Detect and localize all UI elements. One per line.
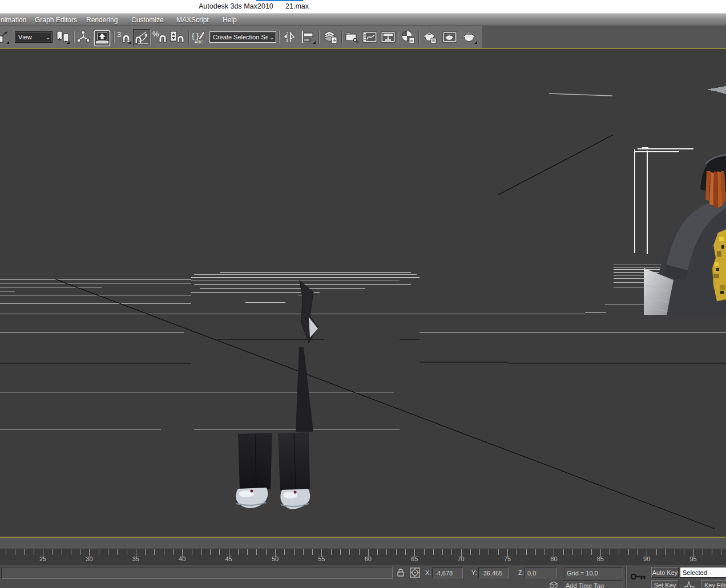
ruler-tick (517, 549, 517, 555)
use-pivot-point-icon[interactable] (55, 30, 70, 44)
align-icon[interactable] (299, 30, 316, 44)
brace-glyph: { } (192, 31, 199, 40)
curve-editor-icon[interactable] (362, 30, 378, 44)
ruler-tick (582, 549, 582, 555)
keyboard-override-toggle[interactable] (94, 30, 111, 47)
add-time-tag[interactable]: Add Time Tag (563, 580, 623, 588)
ruler-tick (173, 549, 174, 555)
set-key-big-button[interactable] (629, 566, 648, 587)
ruler-tick (405, 549, 406, 555)
viewport[interactable] (0, 49, 726, 537)
select-manipulate-icon[interactable] (76, 30, 91, 44)
render-production-icon[interactable] (461, 30, 478, 44)
x-label: X: (425, 569, 431, 576)
mirror-icon[interactable] (281, 30, 296, 44)
key-mode-dropdown[interactable]: Selected (680, 567, 726, 578)
ruler-tick (331, 549, 332, 555)
menu-rendering[interactable]: Rendering (86, 16, 118, 24)
ruler-tick (349, 549, 350, 555)
ruler-tick (117, 549, 118, 555)
ruler-tick (675, 549, 675, 555)
ruler-tick (424, 549, 425, 555)
ruler-frame-label: 40 (179, 555, 185, 562)
menu-animation[interactable]: nimation (1, 16, 26, 24)
ruler-tick (99, 549, 99, 555)
set-key-button[interactable]: Set Key (651, 580, 679, 588)
menu-customize[interactable]: Customize (131, 16, 164, 24)
ruler-tick (666, 549, 666, 555)
ruler-frame-label: 95 (689, 555, 696, 562)
distorted-mesh (296, 281, 318, 432)
ruler-tick (219, 549, 220, 555)
ruler-tick (712, 549, 712, 555)
key-filters-button[interactable]: Key Filte (701, 580, 726, 588)
ruler-tick (266, 549, 267, 555)
time-slider-strip[interactable] (0, 538, 726, 549)
material-editor-icon[interactable] (401, 30, 416, 44)
ruler-tick (489, 549, 489, 555)
menu-graph-editors[interactable]: Graph Editors (35, 16, 77, 24)
menu-maxscript[interactable]: MAXScript (176, 16, 209, 24)
app-version: 2010 (257, 2, 273, 10)
transform-gizmo-icon[interactable] (409, 567, 421, 581)
ruler-tick (340, 549, 341, 555)
schematic-view-icon[interactable] (380, 30, 396, 44)
rendered-frame-window-icon[interactable] (442, 30, 458, 44)
ruler-tick (526, 549, 527, 555)
cube-icon[interactable] (548, 580, 559, 588)
render-setup-icon[interactable] (422, 30, 438, 44)
ruler-tick (6, 549, 6, 555)
angle-snap-toggle[interactable] (133, 29, 151, 46)
accent-line (256, 0, 303, 1)
ruler-tick (34, 549, 34, 555)
x-coordinate-field[interactable]: -4,678 (432, 567, 463, 578)
y-value: -36,465 (481, 570, 502, 577)
snaps-toggle-icon[interactable]: 3 (116, 30, 132, 44)
named-selection-sets-icon[interactable]: { } ABC (191, 30, 206, 44)
ruler-frame-label: 75 (504, 555, 511, 562)
time-ruler[interactable]: 253035404550556065707580859095 (0, 549, 726, 565)
percent-snap-icon[interactable]: % (152, 30, 168, 44)
manage-layers-icon[interactable] (322, 30, 339, 44)
ruler-tick (703, 549, 703, 555)
ruler-tick (544, 549, 545, 555)
x-value: -4,678 (435, 570, 453, 577)
y-coordinate-field[interactable]: -36,465 (478, 567, 509, 578)
key-filter-curve-icon[interactable] (683, 580, 696, 588)
auto-key-label: Auto Key (652, 569, 678, 576)
z-coordinate-field[interactable]: 0,0 (525, 567, 556, 578)
svg-text:%: % (152, 30, 159, 38)
ruler-frame-label: 35 (132, 555, 139, 562)
ruler-tick (656, 549, 657, 555)
ruler-tick (312, 549, 313, 555)
z-label: Z: (518, 569, 524, 576)
ruler-tick (192, 549, 192, 555)
ruler-tick (563, 549, 564, 555)
spinner-snap-icon[interactable] (169, 30, 186, 44)
chevron-down-icon: ⌄ (44, 34, 52, 40)
ruler-tick (619, 549, 619, 555)
ruler-tick (638, 549, 638, 555)
auto-key-button[interactable]: Auto Key (651, 567, 679, 578)
title-bar: Autodesk 3ds Max 2010 21.max (0, 0, 726, 13)
svg-text:ABC: ABC (195, 40, 203, 44)
ruler-frame-label: 90 (643, 555, 650, 562)
ruler-tick (610, 549, 610, 555)
key-mode-value: Selected (683, 569, 707, 576)
selection-lock-icon[interactable] (396, 567, 406, 580)
ruler-tick (247, 549, 248, 555)
ruler-frame-label: 60 (365, 555, 372, 562)
ruler-tick (396, 549, 397, 555)
app-title: Autodesk 3ds Max (199, 2, 257, 10)
grid-value: Grid = 10,0 (567, 570, 598, 577)
ruler-tick (572, 549, 573, 555)
ruler-tick (628, 549, 629, 555)
ruler-tick (442, 549, 443, 555)
menu-help[interactable]: Help (223, 16, 237, 24)
coordinate-system-dropdown[interactable]: View ⌄ (15, 31, 53, 43)
select-scale-icon[interactable] (0, 30, 10, 44)
selection-set-dropdown[interactable]: Create Selection Se ⌄ (209, 31, 276, 43)
container-icon[interactable] (344, 30, 360, 44)
ruler-tick (284, 549, 285, 555)
file-name: 21.max (285, 2, 309, 10)
